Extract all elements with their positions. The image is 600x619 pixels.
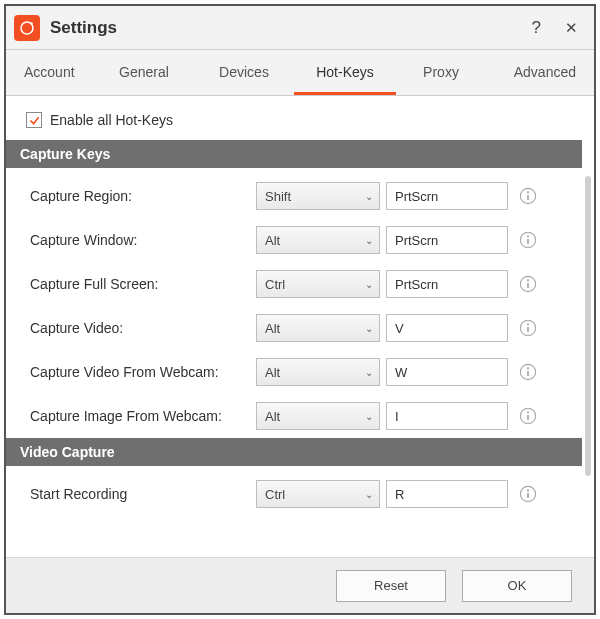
svg-point-9 [527, 279, 529, 281]
chevron-down-icon: ⌄ [365, 279, 373, 290]
svg-point-6 [527, 235, 529, 237]
svg-rect-13 [527, 327, 529, 332]
tabs-bar: Account General Devices Hot-Keys Proxy A… [6, 50, 594, 96]
capture-row: Capture Image From Webcam:Alt⌄I [18, 394, 582, 438]
capture-modifier-select[interactable]: Alt⌄ [256, 226, 380, 254]
tab-proxy[interactable]: Proxy [396, 50, 486, 95]
capture-row: Capture Window:Alt⌄PrtScrn [18, 218, 582, 262]
chevron-down-icon: ⌄ [365, 489, 373, 500]
tab-advanced[interactable]: Advanced [486, 50, 594, 95]
settings-window: Settings ? ✕ Account General Devices Hot… [4, 4, 596, 615]
chevron-down-icon: ⌄ [365, 411, 373, 422]
capture-modifier-select[interactable]: Alt⌄ [256, 402, 380, 430]
svg-rect-22 [527, 493, 529, 498]
info-icon[interactable] [518, 484, 538, 504]
svg-rect-10 [527, 283, 529, 288]
modifier-value: Alt [265, 233, 280, 248]
capture-row: Capture Full Screen:Ctrl⌄PrtScrn [18, 262, 582, 306]
capture-key-input[interactable]: V [386, 314, 508, 342]
info-icon[interactable] [518, 274, 538, 294]
capture-key-input[interactable]: PrtScrn [386, 182, 508, 210]
settings-body: Enable all Hot-Keys Capture Keys Capture… [6, 96, 594, 613]
svg-point-1 [30, 22, 32, 24]
enable-all-hotkeys-label: Enable all Hot-Keys [50, 112, 173, 128]
svg-rect-19 [527, 415, 529, 420]
dialog-footer: Reset OK [6, 557, 594, 613]
scrollbar-thumb[interactable] [585, 176, 591, 476]
settings-scroll: Enable all Hot-Keys Capture Keys Capture… [6, 96, 594, 557]
video-label: Start Recording [18, 486, 256, 502]
capture-label: Capture Video From Webcam: [18, 364, 256, 380]
chevron-down-icon: ⌄ [365, 367, 373, 378]
capture-key-input[interactable]: I [386, 402, 508, 430]
key-value: PrtScrn [395, 189, 438, 204]
key-value: I [395, 409, 399, 424]
key-value: PrtScrn [395, 277, 438, 292]
section-header-capture-keys: Capture Keys [6, 140, 582, 168]
enable-all-hotkeys-checkbox[interactable] [26, 112, 42, 128]
capture-label: Capture Window: [18, 232, 256, 248]
capture-row: Capture Region:Shift⌄PrtScrn [18, 174, 582, 218]
info-icon[interactable] [518, 186, 538, 206]
capture-modifier-select[interactable]: Shift⌄ [256, 182, 380, 210]
key-value: R [395, 487, 404, 502]
capture-modifier-select[interactable]: Ctrl⌄ [256, 270, 380, 298]
capture-modifier-select[interactable]: Alt⌄ [256, 358, 380, 386]
capture-label: Capture Image From Webcam: [18, 408, 256, 424]
modifier-value: Alt [265, 321, 280, 336]
capture-key-input[interactable]: W [386, 358, 508, 386]
tab-general[interactable]: General [94, 50, 194, 95]
window-title: Settings [50, 18, 117, 38]
video-row: Start RecordingCtrl⌄R [18, 472, 582, 516]
key-value: PrtScrn [395, 233, 438, 248]
tab-account[interactable]: Account [6, 50, 94, 95]
modifier-value: Alt [265, 409, 280, 424]
capture-label: Capture Region: [18, 188, 256, 204]
modifier-value: Alt [265, 365, 280, 380]
chevron-down-icon: ⌄ [365, 235, 373, 246]
svg-point-21 [527, 489, 529, 491]
svg-rect-4 [527, 195, 529, 200]
svg-point-12 [527, 323, 529, 325]
chevron-down-icon: ⌄ [365, 323, 373, 334]
info-icon[interactable] [518, 362, 538, 382]
key-value: W [395, 365, 407, 380]
key-value: V [395, 321, 404, 336]
tab-hotkeys[interactable]: Hot-Keys [294, 50, 396, 95]
svg-rect-16 [527, 371, 529, 376]
info-icon[interactable] [518, 230, 538, 250]
reset-button[interactable]: Reset [336, 570, 446, 602]
svg-point-15 [527, 367, 529, 369]
modifier-value: Ctrl [265, 277, 285, 292]
capture-label: Capture Video: [18, 320, 256, 336]
chevron-down-icon: ⌄ [365, 191, 373, 202]
svg-point-18 [527, 411, 529, 413]
info-icon[interactable] [518, 406, 538, 426]
capture-key-input[interactable]: PrtScrn [386, 226, 508, 254]
modifier-value: Shift [265, 189, 291, 204]
capture-row: Capture Video From Webcam:Alt⌄W [18, 350, 582, 394]
section-header-video-capture: Video Capture [6, 438, 582, 466]
svg-rect-7 [527, 239, 529, 244]
info-icon[interactable] [518, 318, 538, 338]
help-icon[interactable]: ? [526, 14, 547, 42]
ok-button[interactable]: OK [462, 570, 572, 602]
capture-modifier-select[interactable]: Alt⌄ [256, 314, 380, 342]
titlebar: Settings ? ✕ [6, 6, 594, 50]
video-key-input[interactable]: R [386, 480, 508, 508]
app-logo-icon [14, 15, 40, 41]
capture-key-input[interactable]: PrtScrn [386, 270, 508, 298]
modifier-value: Ctrl [265, 487, 285, 502]
capture-row: Capture Video:Alt⌄V [18, 306, 582, 350]
tab-devices[interactable]: Devices [194, 50, 294, 95]
svg-point-3 [527, 191, 529, 193]
capture-label: Capture Full Screen: [18, 276, 256, 292]
video-modifier-select[interactable]: Ctrl⌄ [256, 480, 380, 508]
close-icon[interactable]: ✕ [559, 15, 584, 41]
